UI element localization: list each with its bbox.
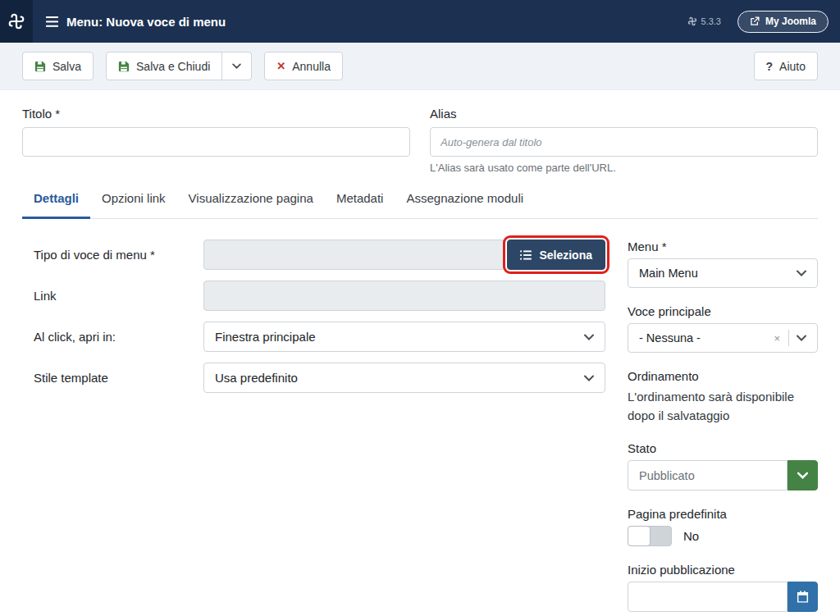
tab-metadati[interactable]: Metadati [325,180,395,219]
clear-icon[interactable]: × [770,332,783,345]
alias-label: Alias [430,107,818,121]
save-label: Salva [52,60,81,73]
target-label: Al click, apri in: [34,330,203,344]
menu-item-type-control: Seleziona [203,240,605,270]
save-close-label: Salva e Chiudi [136,60,210,73]
alias-field: Alias L'Alias sarà usato come parte dell… [430,107,818,174]
template-style-row: Stile template Usa predefinito [34,363,605,393]
template-style-control: Usa predefinito [203,363,605,393]
menu-item-type-label: Tipo di voce di menu * [34,248,203,262]
title-input[interactable] [22,127,410,157]
link-control [203,281,605,311]
divider [788,330,789,346]
menu-select-value: Main Menu [639,267,698,280]
details-left-column: Tipo di voce di menu * Selez [34,240,605,616]
chevron-down-icon [232,63,241,69]
list-icon [520,250,532,260]
joomla-logo-icon [7,12,25,30]
joomla-version: 5.3.3 [687,16,721,26]
status-select[interactable]: Pubblicato [628,460,788,491]
ordering-group: Ordinamento L'ordinamento sarà disponibi… [628,369,818,425]
joomla-logo[interactable] [0,0,33,43]
toolbar-left: Salva Salva e Chiudi ✕ An [22,52,343,80]
home-toggle[interactable] [628,526,672,546]
tab-assegnazione-moduli[interactable]: Assegnazione moduli [395,180,535,219]
title-row: Titolo * Alias L'Alias sarà usato come p… [22,107,818,174]
joomla-admin-page: Menu: Nuova voce di menu 5.3.3 My Joomla [0,0,840,616]
target-row: Al click, apri in: Finestra principale [34,322,605,352]
parent-item-group: Voce principale - Nessuna - × [628,304,818,353]
menu-select-label: Menu * [628,240,818,253]
calendar-button[interactable] [788,582,818,612]
status-group: Stato Pubblicato [628,441,818,491]
save-close-button[interactable]: Salva e Chiudi [106,52,222,80]
menu-item-type-input [203,240,504,270]
link-label: Link [34,289,203,303]
parent-select-label: Voce principale [628,304,818,318]
header-right: 5.3.3 My Joomla [687,11,840,33]
main-content: Titolo * Alias L'Alias sarà usato come p… [0,90,840,616]
ordering-note: L'ordinamento sarà disponibile dopo il s… [628,388,818,425]
cancel-label: Annulla [292,60,331,73]
chevron-down-icon [584,375,594,381]
chevron-down-icon [797,472,808,479]
seleziona-label: Seleziona [539,249,592,262]
status-label: Stato [628,441,818,455]
home-page-group: Pagina predefinita No [628,507,818,546]
chevron-down-icon [797,335,806,341]
menu-group: Menu * Main Menu [628,240,818,288]
home-toggle-label: Pagina predefinita [628,507,818,521]
status-dropdown-button[interactable] [788,460,818,491]
publish-start-label: Inizio pubblicazione [628,563,818,577]
help-button[interactable]: ? Aiuto [754,52,818,80]
template-style-value: Usa predefinito [215,371,298,385]
tab-opzioni-link[interactable]: Opzioni link [90,180,177,219]
link-input [203,281,605,311]
alias-help-text: L'Alias sarà usato come parte dell'URL. [430,162,818,174]
joomla-version-icon [687,16,697,26]
details-panel: Tipo di voce di menu * Selez [22,219,818,616]
publish-start-input-group [628,582,818,612]
cancel-button[interactable]: ✕ Annulla [264,52,343,80]
page-title-text: Menu: Nuova voce di menu [66,15,226,29]
parent-select-value: - Nessuna - [639,331,701,345]
toggle-knob [628,526,651,546]
template-style-label: Stile template [34,371,203,385]
my-joomla-button[interactable]: My Joomla [737,11,829,33]
external-link-icon [750,16,760,26]
tab-bar: Dettagli Opzioni link Visualizzazione pa… [22,180,818,219]
status-select-value: Pubblicato [639,469,695,482]
question-icon: ? [766,61,774,72]
menu-select[interactable]: Main Menu [628,258,818,288]
tab-visualizzazione-pagina[interactable]: Visualizzazione pagina [177,180,325,219]
cancel-x-icon: ✕ [276,61,285,71]
alias-input[interactable] [430,127,818,157]
menu-item-type-row: Tipo di voce di menu * Selez [34,240,605,270]
link-row: Link [34,281,605,311]
save-button[interactable]: Salva [22,52,94,80]
my-joomla-label: My Joomla [765,16,816,27]
page-title: Menu: Nuova voce di menu [46,15,226,29]
save-options-toggle[interactable] [221,52,252,80]
tab-dettagli[interactable]: Dettagli [22,180,90,219]
template-style-select[interactable]: Usa predefinito [203,363,605,393]
target-control: Finestra principale [203,322,605,352]
save-icon [34,61,46,72]
target-select-value: Finestra principale [215,330,316,344]
calendar-icon [797,591,809,603]
chevron-down-icon [584,334,594,340]
save-close-group: Salva e Chiudi [106,52,252,80]
status-input-group: Pubblicato [628,460,818,491]
ordering-label: Ordinamento [628,369,818,383]
publish-start-input[interactable] [628,582,788,612]
seleziona-button[interactable]: Seleziona [507,240,605,270]
save-icon [118,61,130,72]
version-text: 5.3.3 [701,16,721,26]
parent-select[interactable]: - Nessuna - × [628,323,818,353]
publish-start-group: Inizio pubblicazione [628,563,818,612]
app-header: Menu: Nuova voce di menu 5.3.3 My Joomla [0,0,840,43]
target-select[interactable]: Finestra principale [203,322,605,352]
menu-list-icon [46,16,58,27]
home-toggle-row: No [628,526,818,546]
title-label: Titolo * [22,107,410,121]
